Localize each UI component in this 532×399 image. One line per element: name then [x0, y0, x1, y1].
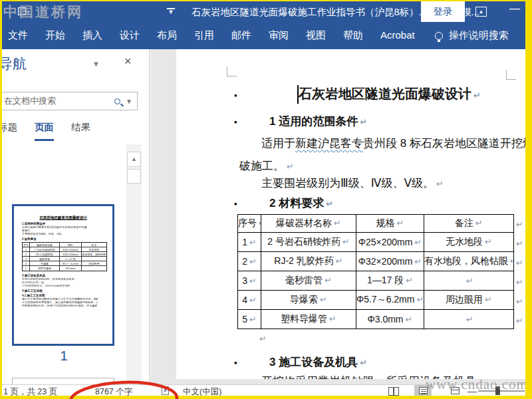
thumbnail-mini-table-cell: 备注	[82, 243, 106, 247]
table-cell: 毫秒雷管	[261, 271, 356, 291]
tell-me-search[interactable]: 操作说明搜索	[435, 29, 509, 42]
row-end-mark: ↵	[516, 277, 523, 287]
nav-scrollbar[interactable]: ▲ ▼	[126, 144, 142, 384]
document-area: ▪ 石灰岩地区隧道光面爆破设计 ▪ 1 适用的范围条件 适用于新建沪昆客专贵州段…	[150, 49, 525, 384]
outline-bullet: ▪	[234, 90, 238, 100]
table-cell: 无水地段	[424, 233, 514, 252]
ribbon-tab[interactable]: 视图	[306, 29, 326, 42]
ribbon-tab[interactable]: 帮助	[343, 29, 363, 42]
thumb-text-line: 破施工。	[22, 229, 98, 232]
scrollbar-thumb[interactable]	[127, 169, 141, 184]
ribbon-tab[interactable]: 设计	[120, 29, 140, 42]
nav-tab-results[interactable]: 结果	[71, 121, 90, 141]
table-row: 3 毫秒雷管 1—17 段	[238, 271, 514, 291]
minimize-button[interactable]: —	[509, 3, 520, 15]
outline-bullet: ▪	[234, 117, 238, 127]
nav-tab-pages[interactable]: 页面	[35, 121, 54, 141]
nav-search-input[interactable]: 在文档中搜索	[2, 95, 114, 107]
page-thumbnail-1[interactable]: 石灰岩地区隧道光面爆破设计1 适用的范围条件适用于新建沪昆客专贵州段8标石灰岩地…	[12, 204, 114, 346]
thumbnail-mini-table-row: 序号爆破器材名称规格备注	[23, 243, 106, 247]
ribbon-tab[interactable]: 插入	[82, 29, 102, 42]
thumbnail-mini-table-cell: 3	[23, 257, 30, 261]
thumbnail-mini-table: 序号爆破器材名称规格备注12 号岩石硝铵炸药Φ25×200mm无水地段2RJ-2…	[22, 242, 107, 271]
doc-heading-title: 石灰岩地区隧道光面爆破设计	[299, 85, 481, 103]
word-count-status[interactable]: 8767 个字	[95, 386, 132, 396]
table-cell: 2	[238, 252, 261, 271]
table-row: 4 导爆索 Φ5.7～6.2mm 周边眼用	[238, 291, 514, 310]
thumbnail-mini-table-row: 12 号岩石硝铵炸药Φ25×200mm无水地段	[23, 247, 106, 252]
word-window: ▼ 石灰岩地区隧道光面爆破施工作业指导书（沪昆8标）.doc [兼容模... 登…	[2, 1, 525, 396]
nav-search-box[interactable]: 在文档中搜索 ▼	[2, 92, 138, 110]
thumb-text-line: 石灰岩地区隧道光面爆破设计	[22, 215, 104, 220]
spellcheck-status-icon[interactable]: ✗	[162, 386, 169, 395]
navigation-pane-title: 导航	[2, 55, 27, 73]
thumbnail-mini-table-cell: 1	[23, 247, 30, 251]
screenshot-frame: ▼ 石灰岩地区隧道光面爆破施工作业指导书（沪昆8标）.doc [兼容模... 登…	[0, 0, 532, 399]
doc-heading-3: 3 施工设备及机具	[269, 354, 367, 370]
table-cell: 1	[238, 233, 261, 252]
thumbnail-1-page-number: 1	[2, 348, 126, 364]
ribbon-tab[interactable]: 引用	[194, 29, 214, 42]
document-page[interactable]: ▪ 石灰岩地区隧道光面爆破设计 ▪ 1 适用的范围条件 适用于新建沪昆客专贵州段…	[176, 49, 525, 379]
nav-close-icon[interactable]: ×	[124, 55, 132, 68]
search-options-caret-icon[interactable]: ▼	[126, 98, 132, 105]
thumbnail-mini-table-cell: Φ5.7～6.2mm	[60, 261, 81, 265]
thumbnail-mini-table-cell: 导爆索	[30, 261, 60, 265]
table-cell: RJ-2 乳胶炸药	[261, 252, 356, 271]
table-header-cell: 备注	[424, 215, 514, 233]
ribbon-tab[interactable]: Acrobat	[380, 29, 415, 42]
thumbnail-mini-table-cell: 塑料导爆管	[30, 266, 60, 271]
nav-tabs: 标题 页面 结果	[2, 121, 138, 141]
sign-in-button[interactable]: 登录	[421, 1, 465, 22]
ribbon-tab[interactable]: 审阅	[269, 29, 289, 42]
page-thumbnails: 石灰岩地区隧道光面爆破设计1 适用的范围条件适用于新建沪昆客专贵州段8标石灰岩地…	[2, 144, 126, 384]
doc-paragraph-2: 主要围岩级别为Ⅲ级、Ⅳ级、Ⅴ级。	[261, 176, 444, 191]
table-cell: 2 号岩石硝铵炸药	[261, 233, 356, 252]
language-status[interactable]: 中文(中国)	[183, 386, 221, 396]
tell-me-label: 操作说明搜索	[449, 29, 509, 42]
thumb-text-line: 白天开钻台车一套。	[22, 281, 98, 284]
thumbnail-mini-table-cell: 规格	[60, 243, 81, 247]
thumbnail-mini-table-cell: RJ-2 乳胶炸药	[30, 252, 60, 256]
table-header-row: 序号 爆破器材名称 规格 备注	[238, 215, 514, 233]
table-cell: 3	[238, 271, 261, 291]
table-cell: Φ3.0mm	[356, 310, 424, 329]
empty-paragraph-mark	[257, 332, 267, 344]
doc-heading-2: 2 材料要求	[269, 196, 333, 211]
ribbon-display-options-icon[interactable]: ▲	[475, 7, 487, 17]
ribbon-tab[interactable]: 文件	[8, 29, 28, 42]
table-cell: 5	[238, 310, 261, 329]
thumb-text-line: 开挖均采用凿岩机钻眼，所采用设备及机具：	[22, 277, 98, 281]
table-header-cell: 序号	[238, 215, 261, 233]
ribbon-tab[interactable]: 布局	[157, 29, 177, 42]
thumbnail-mini-table-row: 3毫秒雷管1—17 段	[23, 257, 106, 261]
page-thumbnail-2[interactable]: 周边眼型试验。周边眼采用φ2.5mm小直径炸药和间隔装药方式，以减弱爆破冲击波危…	[12, 378, 114, 384]
table-cell: Φ25×200mm	[356, 233, 424, 252]
table-cell	[424, 271, 514, 291]
scroll-up-icon[interactable]: ▲	[127, 152, 141, 167]
spellcheck-wavy-text: 新建沪昆客专	[295, 137, 363, 150]
read-mode-button[interactable]	[385, 385, 402, 396]
ribbon-tab[interactable]: 邮件	[231, 29, 251, 42]
row-end-mark: ↵	[516, 258, 523, 268]
table-cell: 塑料导爆管	[261, 310, 356, 329]
nav-options-caret-icon[interactable]: ▼	[92, 60, 100, 68]
nav-tab-headings[interactable]: 标题	[2, 121, 17, 141]
page-number-status[interactable]: 第 1 页，共 23 页	[2, 386, 57, 396]
doc-heading-1: 1 适用的范围条件	[269, 114, 367, 129]
ribbon-tab[interactable]: 开始	[45, 29, 65, 42]
row-end-mark: ↵	[516, 297, 523, 307]
qat-customize-icon[interactable]: ▼	[167, 8, 175, 15]
thumbnail-mini-table-cell: 周边眼用	[82, 261, 106, 265]
thumb-text-line: 主要围岩级别为Ⅲ级、Ⅳ级、Ⅴ级。	[22, 232, 98, 235]
thumb-text-line: 施工中主要采用全断面开挖施工工艺方法为掏槽眼先开挖，掏槽眼	[22, 297, 98, 301]
thumbnail-mini-table-cell: 无水地段	[82, 247, 106, 251]
thumbnail-mini-table-cell: 2 号岩石硝铵炸药	[30, 247, 60, 251]
table-header-cell: 爆破器材名称	[261, 215, 356, 233]
table-cell: 有水地段，风枪钻眼	[424, 252, 514, 271]
thumbnail-mini-table-row: 4导爆索Φ5.7～6.2mm周边眼用	[23, 261, 106, 266]
thumb-text-line: 4 施工工艺流程	[22, 289, 104, 293]
table-header-cell: 规格	[356, 215, 424, 233]
thumbnail-mini-table-cell: 2	[23, 252, 30, 256]
table-cell: 1—17 段	[356, 271, 424, 291]
